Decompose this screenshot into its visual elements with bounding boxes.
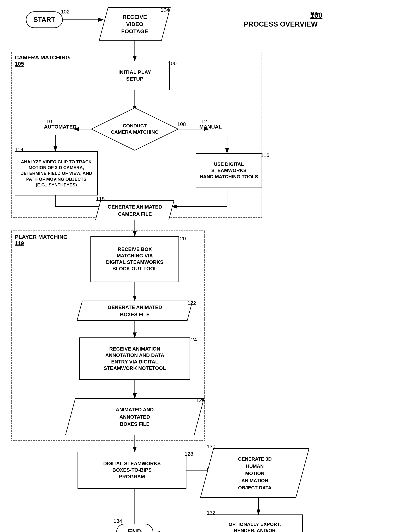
automated-label: AUTOMATED xyxy=(44,124,76,130)
initial-play-setup-node: INITIAL PLAY SETUP xyxy=(100,61,170,90)
diagram-container: 100 PROCESS OVERVIEW 100 START 102 RECEI… xyxy=(0,0,393,532)
ref-118: 118 xyxy=(96,196,105,202)
digital-steamworks-boxes-node: DIGITAL STEAMWORKS BOXES-TO-BIPS PROGRAM xyxy=(78,452,187,489)
ref-108: 108 xyxy=(177,121,186,127)
optionally-export-node: OPTIONALLY EXPORT, RENDER, AND/OR MANIPU… xyxy=(207,514,303,532)
player-matching-label: PLAYER MATCHING119 xyxy=(15,234,68,246)
ref-130: 130 xyxy=(207,444,216,450)
ref-116: 116 xyxy=(261,152,269,158)
camera-matching-label: CAMERA MATCHING105 xyxy=(15,54,70,67)
ref-134: 134 xyxy=(113,518,122,524)
ref-104: 104 xyxy=(161,7,169,13)
animated-annotated-boxes-node: ANIMATED AND ANNOTATED BOXES FILE xyxy=(65,398,204,435)
ref-106: 106 xyxy=(168,61,177,66)
receive-video-node: RECEIVE VIDEO FOOTAGE xyxy=(99,7,171,41)
ref-126: 126 xyxy=(196,397,205,403)
digital-steamworks-hand-node: USE DIGITAL STEAMWORKS HAND MATCHING TOO… xyxy=(196,153,262,188)
generate-3d-human-node: GENERATE 3D HUMAN MOTION ANIMATION OBJEC… xyxy=(200,448,309,498)
analyze-video-node: ANALYZE VIDEO CLIP TO TRACK MOTION OF 3-… xyxy=(15,151,98,196)
ref-100: 100 xyxy=(310,11,319,17)
ref-132: 132 xyxy=(207,510,216,516)
receive-box-matching-node: RECEIVE BOX MATCHING VIA DIGITAL STEAMWO… xyxy=(90,236,179,282)
ref-110: 110 xyxy=(43,119,52,125)
ref-120: 120 xyxy=(177,236,186,242)
generate-animated-boxes-node: GENERATE ANIMATED BOXES FILE xyxy=(77,301,193,321)
generate-animated-camera-node: GENERATE ANIMATED CAMERA FILE xyxy=(95,200,174,220)
ref-122: 122 xyxy=(187,300,196,306)
manual-label: MANUAL xyxy=(199,124,222,130)
ref-112: 112 xyxy=(198,119,207,125)
process-overview-label: PROCESS OVERVIEW xyxy=(244,20,318,28)
end-node: END xyxy=(116,524,153,532)
receive-animation-annotation-node: RECEIVE ANIMATION ANNOTATION AND DATA EN… xyxy=(79,337,190,380)
conduct-camera-matching-node: CONDUCT CAMERA MATCHING xyxy=(90,107,179,151)
ref-128: 128 xyxy=(185,451,193,457)
start-node: START xyxy=(26,11,63,28)
ref-124: 124 xyxy=(188,337,197,343)
ref-114: 114 xyxy=(15,147,24,153)
ref-102: 102 xyxy=(61,9,70,15)
